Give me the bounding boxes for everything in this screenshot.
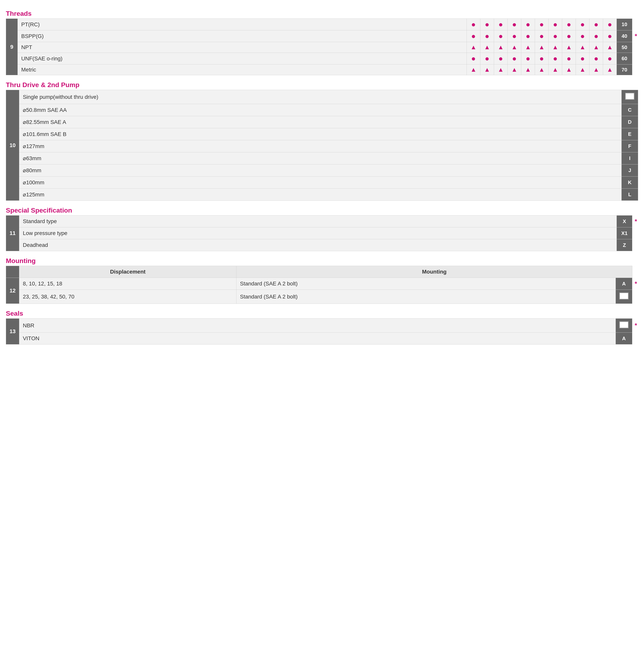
seals-code bbox=[616, 319, 632, 333]
triangle-icon: ▲ bbox=[512, 44, 518, 51]
special-title: Special Specification bbox=[6, 207, 638, 214]
special-label: Low pressure type bbox=[19, 227, 617, 239]
thread-symbol-cell: ▲ bbox=[590, 65, 603, 75]
asterisk-mark: * bbox=[635, 218, 637, 225]
thread-symbol-cell: ● bbox=[508, 19, 521, 30]
filled-circle-icon: ● bbox=[485, 20, 489, 29]
thru-drive-label: Single pump(without thru drive) bbox=[19, 90, 621, 104]
thread-symbol-cell: ▲ bbox=[508, 42, 521, 53]
thru-drive-title: Thru Drive & 2nd Pump bbox=[6, 81, 638, 89]
mounting-displacement: 23, 25, 38, 42, 50, 70 bbox=[19, 290, 236, 304]
thread-label: PT(RC) bbox=[18, 19, 467, 30]
special-section: Special Specification 11Standard typeX*L… bbox=[6, 207, 638, 251]
thru-drive-code: J bbox=[621, 165, 638, 177]
thread-symbol-cell: ● bbox=[535, 53, 548, 65]
filled-circle-icon: ● bbox=[567, 20, 571, 29]
thread-symbol-cell: ● bbox=[590, 19, 603, 30]
thru-drive-section: Thru Drive & 2nd Pump 10Single pump(with… bbox=[6, 81, 638, 201]
filled-circle-icon: ● bbox=[485, 32, 489, 40]
seals-label: NBR bbox=[19, 319, 616, 333]
thread-symbol-cell: ● bbox=[548, 19, 562, 30]
filled-circle-icon: ● bbox=[539, 20, 544, 29]
mounting-code bbox=[616, 290, 632, 304]
special-label: Standard type bbox=[19, 216, 617, 227]
filled-circle-icon: ● bbox=[539, 55, 544, 63]
filled-circle-icon: ● bbox=[526, 55, 530, 63]
empty-box-icon bbox=[625, 93, 635, 100]
thread-symbol-cell: ● bbox=[548, 53, 562, 65]
asterisk-cell bbox=[632, 19, 638, 30]
asterisk-cell: * bbox=[632, 278, 638, 290]
thread-symbol-cell: ● bbox=[603, 19, 617, 30]
thread-symbol-cell: ▲ bbox=[535, 65, 548, 75]
filled-circle-icon: ● bbox=[594, 20, 598, 29]
triangle-icon: ▲ bbox=[552, 66, 559, 73]
special-row-num: 11 bbox=[6, 216, 19, 251]
thread-symbol-cell: ▲ bbox=[494, 42, 508, 53]
thru-drive-label: ⌀63mm bbox=[19, 152, 621, 165]
triangle-icon: ▲ bbox=[566, 44, 572, 51]
threads-section: Threads 9PT(RC)●●●●●●●●●●●10BSPP(G)●●●●●… bbox=[6, 10, 638, 75]
thread-symbol-cell: ● bbox=[576, 53, 590, 65]
filled-circle-icon: ● bbox=[512, 32, 517, 40]
triangle-icon: ▲ bbox=[498, 66, 504, 73]
seals-title: Seals bbox=[6, 310, 638, 317]
special-table: 11Standard typeX*Low pressure typeX1Dead… bbox=[6, 215, 638, 251]
seals-table: 13NBR*VITONA bbox=[6, 318, 638, 345]
filled-circle-icon: ● bbox=[594, 32, 598, 40]
asterisk-cell bbox=[632, 42, 638, 53]
thread-symbol-cell: ● bbox=[576, 30, 590, 42]
filled-circle-icon: ● bbox=[567, 32, 571, 40]
thru-drive-label: ⌀101.6mm SAE B bbox=[19, 128, 621, 140]
thread-symbol-cell: ▲ bbox=[603, 65, 617, 75]
thread-symbol-cell: ● bbox=[590, 30, 603, 42]
filled-circle-icon: ● bbox=[498, 32, 503, 40]
filled-circle-icon: ● bbox=[553, 32, 558, 40]
empty-box-icon bbox=[619, 321, 629, 328]
thru-drive-label: ⌀127mm bbox=[19, 140, 621, 152]
thru-drive-code: F bbox=[621, 140, 638, 152]
thread-symbol-cell: ● bbox=[521, 53, 535, 65]
triangle-icon: ▲ bbox=[552, 44, 559, 51]
asterisk-cell bbox=[632, 65, 638, 75]
thread-symbol-cell: ▲ bbox=[603, 42, 617, 53]
thread-symbol-cell: ● bbox=[521, 30, 535, 42]
special-code: X1 bbox=[617, 227, 632, 239]
thru-drive-code: C bbox=[621, 104, 638, 116]
triangle-icon: ▲ bbox=[539, 66, 545, 73]
mounting-type: Standard (SAE A 2 bolt) bbox=[236, 278, 616, 290]
filled-circle-icon: ● bbox=[608, 20, 612, 29]
filled-circle-icon: ● bbox=[526, 32, 530, 40]
mounting-displacement: 8, 10, 12, 15, 18 bbox=[19, 278, 236, 290]
thread-symbol-cell: ● bbox=[508, 53, 521, 65]
thread-symbol-cell: ▲ bbox=[508, 65, 521, 75]
thread-symbol-cell: ▲ bbox=[494, 65, 508, 75]
mounting-section: Mounting DisplacementMounting128, 10, 12… bbox=[6, 257, 638, 304]
asterisk-cell bbox=[632, 53, 638, 65]
thread-symbol-cell: ▲ bbox=[535, 42, 548, 53]
filled-circle-icon: ● bbox=[567, 55, 571, 63]
threads-row-num: 9 bbox=[6, 19, 18, 75]
thread-label: UNF(SAE o-ring) bbox=[18, 53, 467, 65]
triangle-icon: ▲ bbox=[484, 66, 490, 73]
asterisk-cell bbox=[632, 333, 638, 345]
filled-circle-icon: ● bbox=[471, 55, 476, 63]
empty-box-icon bbox=[619, 292, 629, 299]
thread-symbol-cell: ▲ bbox=[562, 42, 576, 53]
triangle-icon: ▲ bbox=[470, 66, 477, 73]
thread-symbol-cell: ● bbox=[562, 53, 576, 65]
thru-drive-code bbox=[621, 90, 638, 104]
thread-symbol-cell: ▲ bbox=[548, 42, 562, 53]
thread-symbol-cell: ● bbox=[576, 19, 590, 30]
mounting-col-displacement: Displacement bbox=[19, 266, 236, 278]
asterisk-cell: * bbox=[632, 319, 638, 333]
thread-label: NPT bbox=[18, 42, 467, 53]
thru-drive-code: L bbox=[621, 189, 638, 201]
triangle-icon: ▲ bbox=[607, 66, 613, 73]
thread-symbol-cell: ● bbox=[467, 30, 480, 42]
thread-symbol-cell: ● bbox=[494, 19, 508, 30]
filled-circle-icon: ● bbox=[608, 55, 612, 63]
triangle-icon: ▲ bbox=[579, 66, 586, 73]
thread-symbol-cell: ● bbox=[467, 19, 480, 30]
thru-drive-code: D bbox=[621, 116, 638, 128]
